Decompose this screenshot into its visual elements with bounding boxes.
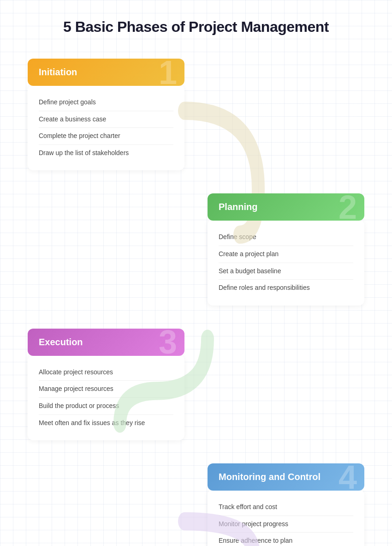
phase-execution-header: Execution 3 — [28, 329, 184, 356]
phase-planning-number: 2 — [339, 193, 357, 221]
phase-planning-header: Planning 2 — [208, 193, 364, 221]
list-item: Build the product or process — [39, 398, 173, 415]
list-item: Set a budget baseline — [219, 263, 353, 280]
list-item: Monitor project progress — [219, 516, 353, 533]
phase-initiation-number: 1 — [159, 59, 177, 86]
list-item: Define project goals — [39, 94, 173, 111]
phase-planning-block: Planning 2 Define scope Create a project… — [208, 193, 364, 305]
phase-initiation-block: Initiation 1 Define project goals Create… — [28, 59, 184, 170]
list-item: Define scope — [219, 229, 353, 246]
phase-monitoring-number: 4 — [339, 463, 357, 491]
list-item: Manage project resources — [39, 381, 173, 398]
phase-planning-label: Planning — [219, 202, 257, 212]
list-item: Track effort and cost — [219, 499, 353, 516]
phase-execution-number: 3 — [159, 329, 177, 356]
page-title: 5 Basic Phases of Project Management — [28, 18, 364, 36]
phase-execution-items: Allocate project resources Manage projec… — [28, 355, 184, 440]
list-item: Allocate project resources — [39, 364, 173, 381]
phase-execution-block: Execution 3 Allocate project resources M… — [28, 329, 184, 440]
phase-planning-items: Define scope Create a project plan Set a… — [208, 220, 364, 305]
phase-initiation-header: Initiation 1 — [28, 59, 184, 86]
list-item: Define roles and responsibilities — [219, 280, 353, 296]
list-item: Meet often and fix issues as they rise — [39, 415, 173, 432]
list-item: Complete the project charter — [39, 128, 173, 145]
phase-monitoring-items: Track effort and cost Monitor project pr… — [208, 490, 364, 546]
list-item: Draw up the list of stakeholders — [39, 145, 173, 162]
phase-execution-label: Execution — [39, 337, 83, 347]
list-item: Ensure adherence to plan — [219, 533, 353, 546]
phase-monitoring-label: Monitoring and Control — [219, 472, 321, 482]
phase-initiation-label: Initiation — [39, 67, 77, 77]
phase-monitoring-header: Monitoring and Control 4 — [208, 463, 364, 491]
list-item: Create a business case — [39, 111, 173, 128]
phases-container: Initiation 1 Define project goals Create… — [28, 59, 364, 546]
list-item: Create a project plan — [219, 246, 353, 263]
phase-initiation-items: Define project goals Create a business c… — [28, 85, 184, 170]
phase-monitoring-block: Monitoring and Control 4 Track effort an… — [208, 463, 364, 546]
